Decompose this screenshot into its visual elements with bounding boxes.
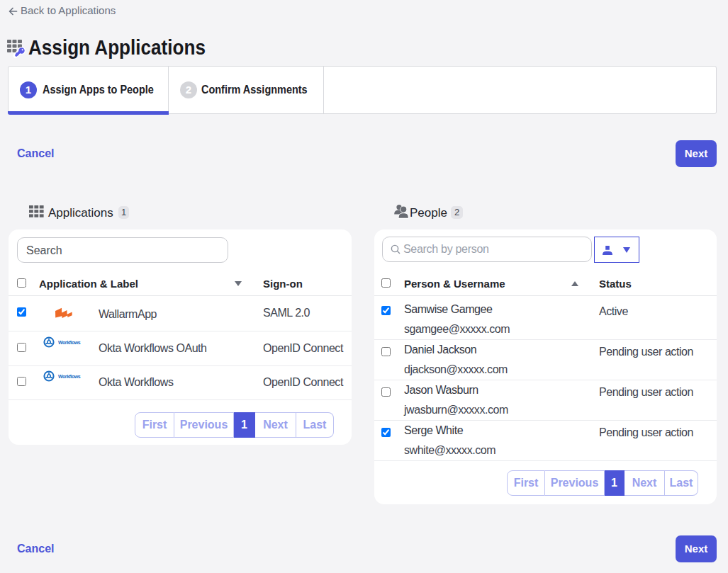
svg-text:Workflows: Workflows	[58, 339, 81, 344]
svg-text:Workflows: Workflows	[58, 374, 81, 379]
